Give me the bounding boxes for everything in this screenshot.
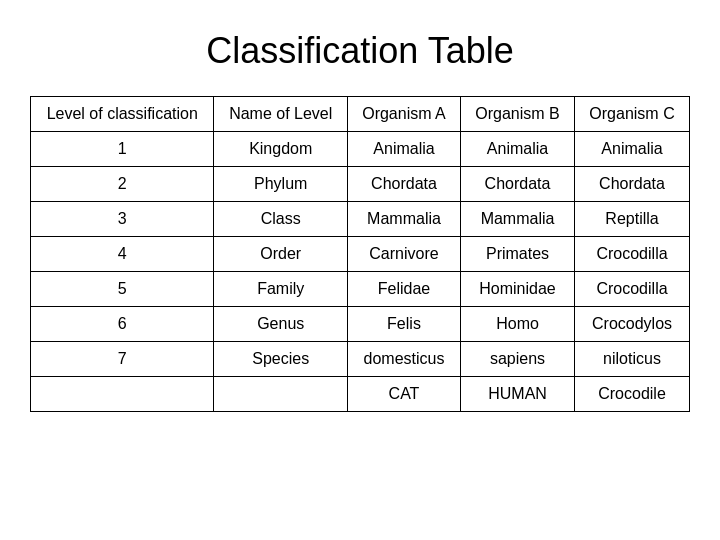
cell-c-2: Reptilla	[575, 202, 690, 237]
cell-b-3: Primates	[461, 237, 575, 272]
cell-c-3: Crocodilla	[575, 237, 690, 272]
cell-b-2: Mammalia	[461, 202, 575, 237]
cell-a-2: Mammalia	[347, 202, 460, 237]
cell-a-3: Carnivore	[347, 237, 460, 272]
table-row: 5FamilyFelidaeHominidaeCrocodilla	[31, 272, 690, 307]
cell-a-5: Felis	[347, 307, 460, 342]
cell-name-7	[214, 377, 347, 412]
cell-level-4: 5	[31, 272, 214, 307]
col-header-name: Name of Level	[214, 97, 347, 132]
cell-b-4: Hominidae	[461, 272, 575, 307]
cell-a-7: CAT	[347, 377, 460, 412]
cell-b-7: HUMAN	[461, 377, 575, 412]
cell-c-4: Crocodilla	[575, 272, 690, 307]
cell-a-6: domesticus	[347, 342, 460, 377]
cell-a-0: Animalia	[347, 132, 460, 167]
classification-table: Level of classification Name of Level Or…	[30, 96, 690, 412]
cell-b-0: Animalia	[461, 132, 575, 167]
col-header-org-a: Organism A	[347, 97, 460, 132]
cell-a-1: Chordata	[347, 167, 460, 202]
cell-level-3: 4	[31, 237, 214, 272]
col-header-org-b: Organism B	[461, 97, 575, 132]
cell-level-5: 6	[31, 307, 214, 342]
table-header-row: Level of classification Name of Level Or…	[31, 97, 690, 132]
cell-b-6: sapiens	[461, 342, 575, 377]
cell-c-5: Crocodylos	[575, 307, 690, 342]
cell-name-1: Phylum	[214, 167, 347, 202]
cell-c-1: Chordata	[575, 167, 690, 202]
cell-a-4: Felidae	[347, 272, 460, 307]
page-title: Classification Table	[206, 30, 514, 72]
table-row: 6GenusFelisHomoCrocodylos	[31, 307, 690, 342]
table-row: 4OrderCarnivorePrimatesCrocodilla	[31, 237, 690, 272]
cell-level-2: 3	[31, 202, 214, 237]
cell-level-0: 1	[31, 132, 214, 167]
table-row: 7Speciesdomesticussapiensniloticus	[31, 342, 690, 377]
cell-name-6: Species	[214, 342, 347, 377]
cell-b-1: Chordata	[461, 167, 575, 202]
col-header-org-c: Organism C	[575, 97, 690, 132]
cell-c-6: niloticus	[575, 342, 690, 377]
cell-c-7: Crocodile	[575, 377, 690, 412]
cell-name-5: Genus	[214, 307, 347, 342]
cell-level-7	[31, 377, 214, 412]
table-row: 1KingdomAnimaliaAnimaliaAnimalia	[31, 132, 690, 167]
cell-level-6: 7	[31, 342, 214, 377]
table-row: 3ClassMammaliaMammaliaReptilla	[31, 202, 690, 237]
cell-name-0: Kingdom	[214, 132, 347, 167]
table-row: 2PhylumChordataChordataChordata	[31, 167, 690, 202]
cell-name-4: Family	[214, 272, 347, 307]
cell-name-2: Class	[214, 202, 347, 237]
cell-name-3: Order	[214, 237, 347, 272]
col-header-level: Level of classification	[31, 97, 214, 132]
table-row: CATHUMANCrocodile	[31, 377, 690, 412]
cell-b-5: Homo	[461, 307, 575, 342]
cell-c-0: Animalia	[575, 132, 690, 167]
cell-level-1: 2	[31, 167, 214, 202]
